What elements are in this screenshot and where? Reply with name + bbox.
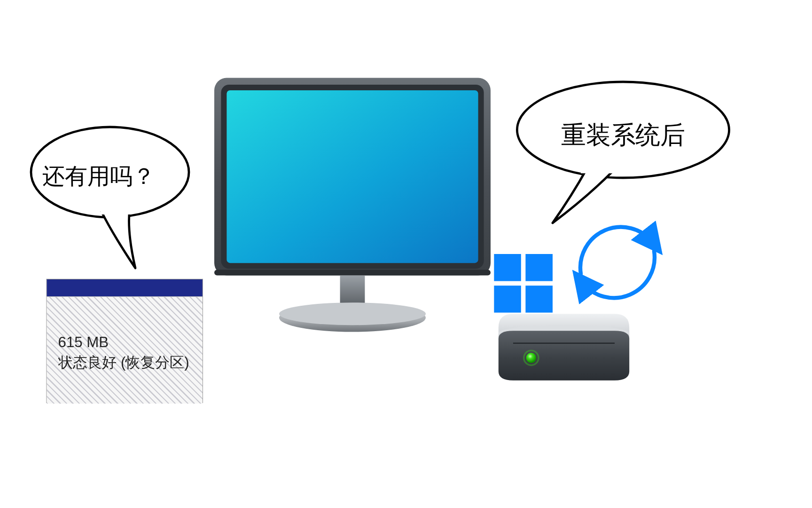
recovery-partition-tile: 615 MB 状态良好 (恢复分区) [46, 279, 203, 403]
svg-rect-1 [101, 203, 132, 214]
svg-point-10 [279, 302, 426, 325]
svg-rect-6 [226, 90, 478, 263]
svg-rect-12 [525, 254, 553, 281]
svg-rect-8 [340, 276, 365, 307]
bubble-left-text: 还有用吗？ [42, 161, 155, 192]
monitor-icon [214, 78, 491, 335]
svg-rect-14 [525, 286, 553, 313]
bubble-right-text: 重装系统后 [561, 119, 685, 152]
svg-rect-7 [214, 270, 491, 276]
partition-size: 615 MB [58, 332, 189, 353]
svg-rect-11 [494, 254, 521, 281]
refresh-icon [564, 209, 671, 316]
svg-rect-13 [494, 286, 521, 313]
partition-header [47, 279, 203, 296]
hard-drive-icon [491, 310, 637, 389]
svg-rect-3 [581, 161, 615, 173]
windows-logo-icon [494, 254, 553, 313]
partition-body: 615 MB 状态良好 (恢复分区) [47, 296, 203, 404]
svg-point-17 [526, 353, 537, 363]
partition-status: 状态良好 (恢复分区) [58, 352, 189, 373]
